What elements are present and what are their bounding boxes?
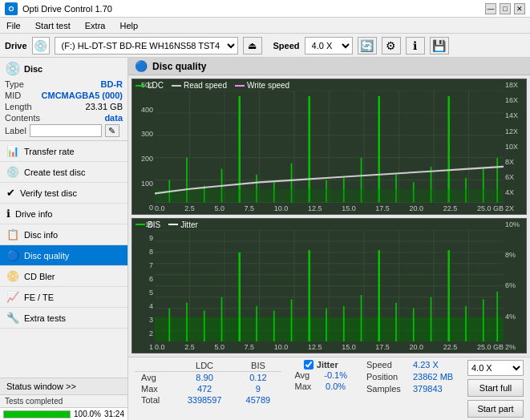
jitter-avg-row: Avg -0.1% [288,370,354,381]
label-edit-button[interactable]: ✎ [105,124,119,137]
svg-rect-57 [168,308,170,341]
status-window-label: Status window >> [6,382,76,391]
drive-info-icon: ℹ [6,208,10,220]
svg-rect-70 [395,302,397,341]
svg-rect-67 [343,305,345,341]
svg-rect-69 [378,250,380,341]
stats-col-empty [135,360,175,372]
speed-select[interactable]: 4.0 X [305,37,353,55]
sidebar-item-label: Disc quality [24,251,69,260]
menu-file[interactable]: File [3,19,24,32]
bis-plot-area [155,230,504,342]
disc-label-input[interactable] [30,124,102,137]
sidebar-item-cd-bler[interactable]: 📀 CD Bler [0,266,127,287]
samples-row: Samples 379843 [366,384,461,394]
eject-button[interactable]: ⏏ [243,37,262,55]
disc-quality-title: Disc quality [152,61,206,72]
jitter-checkbox[interactable] [304,360,314,370]
stats-col-bis: BIS [234,360,281,372]
menu-help[interactable]: Help [116,19,141,32]
buttons-area: 4.0 X 1.0 X 2.0 X 6.0 X 8.0 X Start full… [467,360,524,418]
sidebar: 💿 Disc Type BD-R MID CMCMAGBA5 (000) Len… [0,58,128,420]
position-value: 23862 MB [413,372,461,382]
bis-y-axis-right: 10% 8% 6% 4% 2% [504,219,526,353]
ldc-chart: LDC Read speed Write speed 500 400 300 [131,79,527,215]
sidebar-item-fe-te[interactable]: 📈 FE / TE [0,287,127,308]
stats-max-ldc: 472 [175,383,235,394]
ldc-plot-area [155,91,504,203]
close-button[interactable]: ✕ [514,3,525,14]
jitter-header: Jitter [304,360,338,370]
svg-rect-23 [308,96,310,203]
status-window-button[interactable]: Status window >> [0,378,127,395]
disc-info-icon: 📋 [6,228,19,240]
svg-rect-27 [378,96,380,203]
sidebar-item-label: Transfer rate [24,147,75,156]
disc-label-row: Label ✎ [5,124,123,137]
start-full-button[interactable]: Start full [467,379,524,397]
disc-section-title: Disc [24,64,42,74]
sidebar-item-verify-test-disc[interactable]: ✔ Verify test disc [0,183,127,204]
legend-bis: BIS [136,220,160,229]
extra-tests-icon: 🔧 [6,312,19,324]
menu-extra[interactable]: Extra [82,19,109,32]
menu-start-test[interactable]: Start test [32,19,74,32]
sidebar-item-drive-info[interactable]: ℹ Drive info [0,204,127,224]
nav-menu: 📊 Transfer rate 💿 Create test disc ✔ Ver… [0,141,127,329]
info-button[interactable]: ℹ [406,37,425,55]
speed-dropdown[interactable]: 4.0 X 1.0 X 2.0 X 6.0 X 8.0 X [467,360,524,376]
sidebar-item-label: Create test disc [24,168,85,177]
maximize-button[interactable]: □ [500,3,511,14]
settings-button[interactable]: ⚙ [382,37,401,55]
ldc-y-axis-right: 18X 16X 14X 12X 10X 8X 6X 4X 2X [504,79,526,214]
sidebar-item-label: CD Bler [24,272,55,281]
sidebar-item-disc-quality[interactable]: 🔵 Disc quality [0,245,127,266]
bis-x-axis: 0.0 2.5 5.0 7.5 10.0 12.5 15.0 17.5 20.0… [155,341,504,353]
drive-select[interactable]: (F:) HL-DT-ST BD-RE WH16NS58 TST4 [55,37,238,55]
right-stats: Speed 4.23 X Position 23862 MB Samples 3… [366,360,461,394]
disc-type-label: Type [5,79,24,89]
sidebar-item-label: Drive info [15,209,52,219]
refresh-button[interactable]: 🔄 [358,37,377,55]
svg-rect-62 [256,305,257,341]
jitter-label: Jitter [317,360,338,370]
create-test-disc-icon: 💿 [6,166,19,178]
disc-quality-header: 🔵 Disc quality [128,58,530,75]
svg-rect-68 [361,294,362,341]
charts-area: LDC Read speed Write speed 500 400 300 [128,75,530,357]
sidebar-item-label: FE / TE [24,293,54,302]
svg-rect-35 [155,189,504,203]
sidebar-item-extra-tests[interactable]: 🔧 Extra tests [0,308,127,329]
progress-bar [3,410,71,418]
save-button[interactable]: 💾 [430,37,449,55]
app-title: Opti Drive Control 1.70 [22,4,112,14]
stats-avg-ldc: 8.90 [175,372,235,384]
status-bar: Status window >> Tests completed 100.0% … [0,378,127,420]
stats-total-label: Total [135,394,175,406]
svg-rect-63 [273,310,275,341]
svg-rect-60 [221,297,223,341]
jitter-max-row: Max 0.0% [288,381,354,392]
sidebar-item-transfer-rate[interactable]: 📊 Transfer rate [0,141,127,162]
sidebar-item-label: Verify test disc [20,188,77,198]
start-part-button[interactable]: Start part [467,400,524,418]
sidebar-item-disc-info[interactable]: 📋 Disc info [0,224,127,245]
stats-col-ldc: LDC [175,360,235,372]
fe-te-icon: 📈 [6,291,19,303]
sidebar-item-create-test-disc[interactable]: 💿 Create test disc [0,162,127,183]
jitter-max-label: Max [288,381,318,392]
stats-row: LDC BIS Avg 8.90 0.12 Max 472 9 [128,357,530,420]
menu-bar: File Start test Extra Help [0,18,530,34]
title-bar-controls: — □ ✕ [485,3,525,14]
disc-label-label: Label [5,126,26,135]
disc-contents-value: data [104,113,123,123]
svg-rect-58 [186,302,188,341]
svg-rect-61 [238,252,241,341]
minimize-button[interactable]: — [485,3,496,14]
title-bar-left: O Opti Drive Control 1.70 [5,2,112,15]
disc-mid-value: CMCMAGBA5 (000) [42,91,123,100]
drive-label: Drive [5,41,27,50]
legend-write-speed: Write speed [235,81,289,90]
stats-table: LDC BIS Avg 8.90 0.12 Max 472 9 [135,360,281,406]
progress-time: 31:24 [104,410,124,418]
